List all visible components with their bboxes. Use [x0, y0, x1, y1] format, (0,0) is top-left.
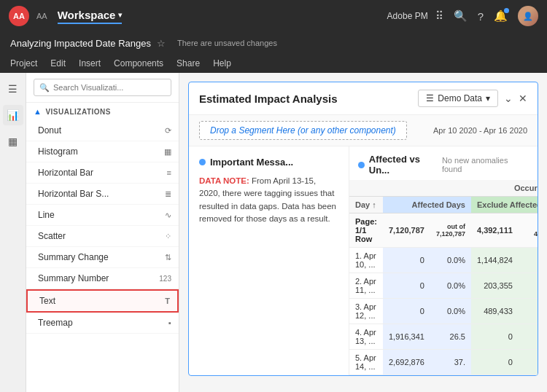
menu-share[interactable]: Share: [176, 58, 200, 68]
row-exclude-val: 203,355: [471, 273, 519, 299]
row-affected-val: 0: [383, 299, 430, 324]
row-exclude-pct: 11.1: [519, 299, 538, 324]
row-day: 4. Apr 13, ...: [349, 324, 383, 350]
row-affected-val: 0: [383, 273, 430, 299]
top-nav: AA AA Workspace ▾ Adobe PM ⠿ 🔍 ? 🔔 👤: [0, 0, 547, 32]
close-icon[interactable]: ✕: [519, 93, 527, 104]
row-day: 1. Apr 10, ...: [349, 248, 383, 273]
viz-name-summary-change: Summary Change: [38, 252, 165, 262]
viz-item-summary-change[interactable]: Summary Change ⇅: [26, 247, 179, 268]
menu-help[interactable]: Help: [213, 58, 231, 68]
row-exclude-val: 1,144,824: [471, 248, 519, 273]
demo-data-button[interactable]: ☰ Demo Data ▾: [418, 90, 498, 107]
table-row: 2. Apr 11, ...00.0%203,3554.6: [349, 273, 538, 299]
search-input[interactable]: [34, 79, 171, 96]
search-box: 🔍: [26, 73, 179, 103]
grid-icon[interactable]: ⠿: [435, 9, 443, 23]
col-header-occurrences: Occurrences: [383, 180, 538, 197]
viz-item-summary-number[interactable]: Summary Number 123: [26, 268, 179, 289]
row-day: 2. Apr 11, ...: [349, 273, 383, 299]
segment-drop-text: Drop a: [210, 125, 236, 136]
viz-name-summary-number: Summary Number: [38, 273, 159, 283]
viz-name-line: Line: [38, 210, 165, 220]
chevron-down-icon: ▾: [118, 11, 122, 19]
no-anomalies-label: No new anomalies found: [442, 156, 529, 173]
row-day: 3. Apr 12, ...: [349, 299, 383, 324]
row-affected-pct: 0.0%: [430, 248, 471, 273]
data-table: Occurrences Day ↑ Affected Days Exclude …: [349, 180, 538, 375]
viz-name-scatter: Scatter: [38, 231, 165, 241]
viz-icon-histogram: ▦: [164, 147, 171, 157]
menu-edit[interactable]: Edit: [50, 58, 66, 68]
star-icon[interactable]: ☆: [157, 38, 166, 49]
viz-item-horizontal-bar[interactable]: Horizontal Bar ≡: [26, 162, 179, 184]
sidebar-icon-panel[interactable]: ☰: [3, 79, 23, 99]
viz-icon-horizontal-bar-s: ≣: [165, 189, 171, 199]
brand-label: AA: [36, 12, 47, 20]
demo-data-label: Demo Data: [438, 93, 482, 103]
search-icon[interactable]: 🔍: [454, 9, 468, 23]
viz-name-text: Text: [39, 296, 165, 306]
row-affected-pct: 0.0%: [430, 299, 471, 324]
row-exclude-val: 489,433: [471, 299, 519, 324]
unsaved-changes-label: There are unsaved changes: [177, 39, 277, 47]
row-affected-val: 1,916,341: [383, 324, 430, 350]
viz-item-donut[interactable]: Donut ⟳: [26, 120, 179, 141]
col-subheader-exclude: Exclude Affected Days: [471, 197, 538, 213]
main-area: ☰ 📊 ▦ 🔍 ▲ VISUALIZATIONS Donut ⟳ Histogr…: [0, 73, 547, 392]
viz-item-histogram[interactable]: Histogram ▦: [26, 141, 179, 162]
workspace-button[interactable]: Workspace ▾: [58, 9, 123, 24]
workspace-label: Workspace: [58, 9, 116, 21]
viz-icon-text: T: [165, 297, 170, 305]
blue-dot-icon: [199, 159, 206, 165]
help-icon[interactable]: ?: [478, 10, 484, 23]
demo-data-chevron: ▾: [486, 93, 490, 103]
sidebar-icon-chart[interactable]: 📊: [3, 105, 23, 125]
viz-item-line[interactable]: Line ∿: [26, 205, 179, 226]
viz-name-histogram: Histogram: [38, 146, 164, 157]
menu-insert[interactable]: Insert: [79, 58, 101, 68]
row-affected-val: 0: [383, 248, 430, 273]
viz-section-label: VISUALIZATIONS: [45, 108, 111, 116]
table-row: 5. Apr 14, ...2,692,87637.00.0%: [349, 350, 538, 375]
viz-icon-summary-change: ⇅: [165, 253, 171, 262]
row-day: 5. Apr 14, ...: [349, 350, 383, 375]
viz-section-icon: ▲: [34, 107, 42, 116]
row-exclude-pct: 0.0%: [519, 350, 538, 375]
col-header-day: [349, 180, 383, 197]
chart-header: Affected vs Un... No new anomalies found: [349, 146, 538, 180]
notification-icon[interactable]: 🔔: [494, 9, 508, 23]
date-range-label: Apr 10 2020 - Apr 16 2020: [433, 126, 527, 135]
row-affected-pct: 26.5: [430, 324, 471, 350]
viz-name-treemap: Treemap: [38, 318, 168, 328]
chart-title-text: Affected vs Un...: [369, 154, 442, 176]
viz-icon-line: ∿: [165, 211, 171, 220]
segment-drop-zone[interactable]: Drop a Segment Here (or any other compon…: [199, 121, 407, 140]
menu-project[interactable]: Project: [10, 58, 37, 68]
viz-item-treemap[interactable]: Treemap ▪: [26, 313, 179, 334]
viz-list: Donut ⟳ Histogram ▦ Horizontal Bar ≡ Hor…: [26, 120, 179, 334]
app-logo: AA: [9, 6, 29, 26]
sidebar-icon-table[interactable]: ▦: [3, 131, 23, 152]
row-exclude-pct: 0.0%: [519, 324, 538, 350]
day-label: Day: [355, 200, 370, 209]
viz-item-horizontal-bar-s[interactable]: Horizontal Bar S... ≣: [26, 184, 179, 205]
viz-item-text[interactable]: Text T: [26, 289, 179, 313]
card-body: Important Messa... DATA NOTE: From April…: [189, 146, 538, 375]
row-affected-pct: 37.: [430, 350, 471, 375]
page-title: Analyzing Impacted Date Ranges: [10, 38, 151, 49]
collapse-icon[interactable]: ⌄: [504, 93, 513, 104]
avatar[interactable]: 👤: [518, 6, 538, 26]
visualizations-header: ▲ VISUALIZATIONS: [26, 103, 179, 120]
search-icon: 🔍: [39, 83, 50, 93]
chart-blue-dot-icon: [358, 162, 365, 168]
segment-bar: Drop a Segment Here (or any other compon…: [189, 115, 538, 146]
sort-icon[interactable]: ↑: [372, 200, 376, 209]
row-affected-val: 2,692,876: [383, 350, 430, 375]
viz-item-scatter[interactable]: Scatter ⁘: [26, 226, 179, 247]
menu-components[interactable]: Components: [114, 58, 163, 68]
viz-icon-summary-number: 123: [159, 275, 171, 283]
message-title: Important Messa...: [199, 157, 338, 168]
analysis-card: Estimated Impact Analysis ☰ Demo Data ▾ …: [188, 82, 538, 376]
col-subheader-affected: Affected Days: [383, 197, 471, 213]
